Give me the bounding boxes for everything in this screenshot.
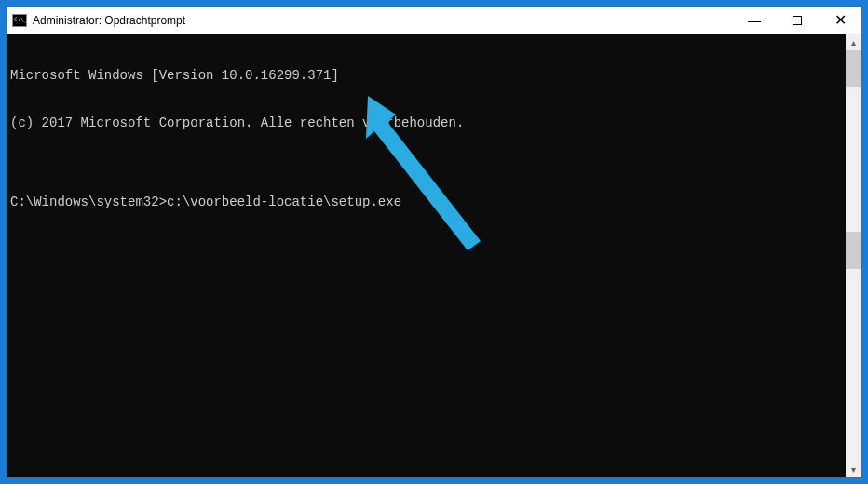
window-controls: — ✕ bbox=[733, 7, 861, 34]
minimize-button[interactable]: — bbox=[733, 7, 776, 34]
titlebar[interactable]: Administrator: Opdrachtprompt — ✕ bbox=[7, 7, 861, 34]
console-area: Microsoft Windows [Version 10.0.16299.37… bbox=[7, 34, 861, 477]
scrollbar-track[interactable] bbox=[846, 50, 861, 462]
maximize-icon bbox=[793, 16, 802, 25]
command-input[interactable]: c:\voorbeeld-locatie\setup.exe bbox=[167, 195, 401, 210]
version-line: Microsoft Windows [Version 10.0.16299.37… bbox=[10, 68, 842, 84]
scrollbar-thumb-2[interactable] bbox=[846, 232, 861, 269]
window-title: Administrator: Opdrachtprompt bbox=[33, 14, 733, 27]
command-prompt-window: Administrator: Opdrachtprompt — ✕ Micros… bbox=[6, 6, 862, 478]
prompt-path: C:\Windows\system32> bbox=[10, 195, 167, 210]
close-button[interactable]: ✕ bbox=[819, 7, 861, 34]
scroll-up-button[interactable]: ▴ bbox=[846, 34, 861, 50]
console-output[interactable]: Microsoft Windows [Version 10.0.16299.37… bbox=[7, 34, 846, 477]
maximize-button[interactable] bbox=[776, 7, 819, 34]
copyright-line: (c) 2017 Microsoft Corporation. Alle rec… bbox=[10, 115, 842, 131]
vertical-scrollbar[interactable]: ▴ ▾ bbox=[846, 34, 861, 477]
scroll-down-button[interactable]: ▾ bbox=[846, 462, 861, 477]
prompt-line: C:\Windows\system32>c:\voorbeeld-locatie… bbox=[10, 195, 842, 210]
cmd-icon bbox=[12, 14, 27, 27]
scrollbar-thumb[interactable] bbox=[846, 50, 861, 87]
